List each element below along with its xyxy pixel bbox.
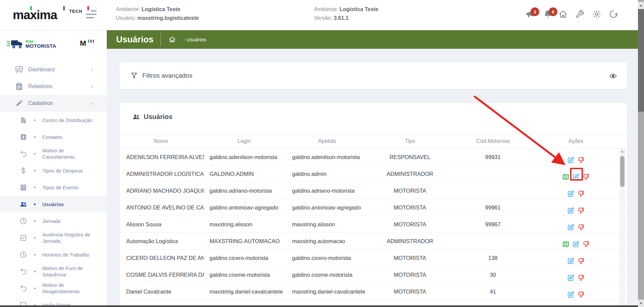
cell-cod-motorista: 99961 — [466, 199, 520, 216]
eye-icon[interactable] — [609, 72, 617, 80]
advanced-filters-panel[interactable]: Filtros avançados — [120, 62, 627, 89]
scroll-up-arrow-icon[interactable]: ▲ — [638, 2, 644, 9]
brand-tick-blue — [63, 6, 65, 10]
table-row: CICERO DELLEON PAZ DE ANDRADEgaldino.cic… — [120, 250, 627, 266]
table-scrollbar-thumb[interactable] — [620, 156, 625, 187]
gear-icon[interactable] — [592, 9, 601, 19]
breadcrumb-home-icon[interactable] — [169, 36, 176, 43]
thumbs-down-icon[interactable] — [582, 237, 590, 245]
announcements-badge: 3 — [531, 7, 539, 16]
cell-acoes — [554, 199, 598, 216]
cell-tipo: RESPONSAVEL — [378, 149, 442, 165]
sidebar-item-tipos-evento[interactable]: Tipos de Evento — [0, 179, 107, 196]
thumbs-down-icon[interactable] — [577, 204, 585, 211]
cell-apelido: galdino.admin — [292, 165, 367, 182]
cell-apelido: maxstring.daniel-cavalcantete — [292, 283, 367, 300]
sidebar-item-label: Ausência Registro de Jornada — [42, 231, 95, 244]
column-header-login: Login — [210, 134, 279, 148]
cell-nome: ANTONIO DE AVELINO DE CASTRO — [126, 199, 204, 216]
wrench-icon[interactable] — [575, 9, 585, 19]
filters-title: Filtros avançados — [142, 72, 192, 79]
cell-tipo: MOTORISTA — [378, 182, 442, 199]
sidebar-item-ausencia-registro[interactable]: Ausência Registro de Jornada — [0, 229, 107, 246]
max-motorista-logo: max MOTORISTA M — [0, 30, 107, 60]
column-header-cod-motorista: Cód Motorista — [466, 134, 520, 148]
edit-icon[interactable] — [572, 237, 580, 245]
sidebar-item-usuarios[interactable]: Usuários — [0, 196, 107, 213]
edit-icon[interactable] — [567, 288, 574, 295]
sidebar-logo-text: max MOTORISTA — [26, 39, 56, 48]
filter-funnel-icon — [130, 72, 138, 79]
brand-tick-green — [30, 6, 32, 10]
thumbs-down-icon[interactable] — [577, 187, 585, 194]
sidebar-item-cadastros[interactable]: Cadastros — [0, 95, 107, 112]
cell-login: GALDINO.ADMIN — [210, 165, 285, 182]
cell-nome: ADENILSON FERREIRA ALVES — [126, 149, 204, 165]
thumbs-down-icon[interactable] — [577, 288, 585, 295]
cell-nome: Automação Logística — [126, 233, 204, 250]
page-scrollbar[interactable]: ▲ ▼ — [638, 0, 644, 307]
sidebar-item-horarios-trabalho[interactable]: Horários de Trabalho — [0, 246, 107, 263]
edit-icon[interactable] — [567, 221, 574, 228]
edit-icon[interactable] — [567, 271, 574, 278]
top-bar: maxima TECH Ambiente: Logística Teste Us… — [0, 0, 638, 30]
map-icon[interactable] — [562, 237, 569, 245]
cell-nome: ADMINISTRADOR LOGÍSTICA TE — [126, 165, 204, 182]
cell-nome: Daniel Cavalcante — [126, 283, 204, 300]
cell-login: galdino.cosme-motorista — [210, 266, 285, 283]
page-scrollbar-thumb[interactable] — [638, 9, 644, 112]
thumbs-down-icon[interactable] — [582, 170, 590, 178]
thumbs-down-icon[interactable] — [577, 153, 585, 161]
sidebar-item-motivo-furo-sequencia[interactable]: Motivo de Furo de Sequência — [0, 263, 107, 280]
cell-cod-motorista: 99931 — [466, 149, 520, 165]
users-card-title: Usuários — [132, 113, 173, 121]
cell-tipo: MOTORISTA — [378, 283, 442, 300]
thumbs-down-icon[interactable] — [577, 221, 585, 228]
sidebar-item-label: Motivo de Cancelamento — [42, 147, 95, 160]
sidebar-item-label: Motivo de Furo de Sequência — [42, 265, 95, 278]
cell-login: maxstring.alisson — [210, 216, 285, 233]
bullet-dot — [34, 271, 36, 272]
sidebar-item-dashboard[interactable]: Dashboard — [0, 61, 107, 78]
menu-toggle-icon[interactable] — [86, 10, 97, 19]
edit-icon[interactable] — [567, 153, 574, 161]
clock-icon — [19, 217, 27, 225]
table-row: ADMINISTRADOR LOGÍSTICA TEGALDINO.ADMINg… — [120, 165, 627, 182]
building-icon — [19, 116, 27, 124]
edit-icon[interactable] — [567, 254, 574, 262]
sidebar-item-motivo-cancelamento[interactable]: Motivo de Cancelamento — [0, 145, 107, 162]
chevron-right-icon — [90, 84, 95, 89]
thumbs-down-icon[interactable] — [577, 254, 585, 262]
sidebar-item-label: Relatórios — [28, 83, 52, 89]
sidebar-item-jornada[interactable]: Jornada — [0, 213, 107, 229]
sidebar-item-motivo-reagendamento[interactable]: Motivo de Reagendamento — [0, 280, 107, 297]
sidebar-item-contatos[interactable]: Contatos — [0, 128, 107, 145]
ambiente-label: Ambiente: — [116, 6, 140, 12]
sidebar-item-relatorios[interactable]: Relatórios — [0, 78, 107, 95]
map-icon[interactable] — [562, 170, 569, 178]
home-icon[interactable] — [558, 9, 568, 19]
page-header-bar: Usuários - Usuários — [107, 30, 638, 49]
window-bottom-edge — [0, 305, 638, 307]
chevron-down-icon — [90, 101, 95, 106]
bullet-dot — [34, 187, 36, 188]
table-scrollbar[interactable]: ▲ — [619, 149, 625, 307]
mini-m-letter: M — [80, 39, 86, 47]
dashboard-icon — [15, 65, 24, 74]
cell-tipo: MOTORISTA — [378, 199, 442, 216]
app-window: maxima TECH Ambiente: Logística Teste Us… — [0, 0, 644, 307]
thumbs-down-icon[interactable] — [577, 271, 585, 278]
scroll-up-arrow-icon[interactable]: ▲ — [619, 149, 625, 155]
sidebar-item-label: Tipos de Evento — [42, 184, 95, 191]
cell-apelido: maxstring.alisson — [292, 216, 367, 233]
sidebar-item-tipos-despesa[interactable]: Tipos de Despesa — [0, 162, 107, 179]
edit-icon[interactable] — [567, 204, 574, 211]
scroll-down-arrow-icon[interactable]: ▼ — [638, 300, 644, 307]
sidebar-item-centro-distribuicao[interactable]: Centro de Distribuição — [0, 112, 107, 128]
column-header-tipo: Tipo — [378, 134, 442, 148]
cell-tipo: ADMINISTRADOR — [378, 233, 442, 250]
logout-icon[interactable] — [609, 9, 618, 19]
edit-icon[interactable] — [567, 187, 574, 194]
bullet-dot — [34, 136, 36, 138]
table-row: ADENILSON FERREIRA ALVESgaldino.adenilso… — [120, 149, 627, 165]
